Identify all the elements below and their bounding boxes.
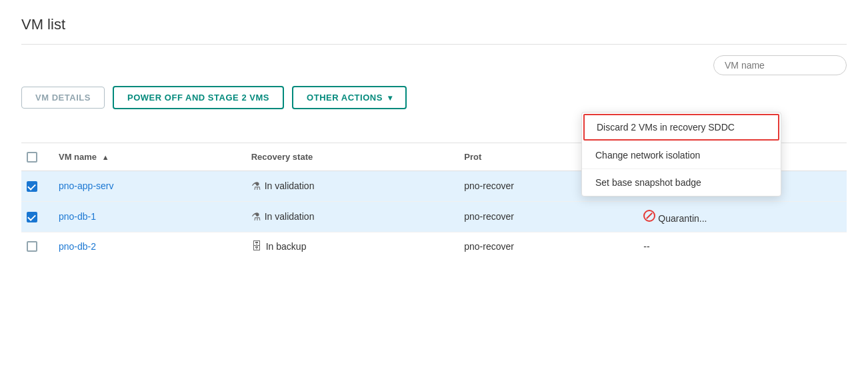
top-divider <box>21 44 847 45</box>
row-vm-name: pno-db-1 <box>48 201 241 232</box>
row-recovery-state: ⚗In validation <box>241 201 454 232</box>
select-all-checkbox[interactable] <box>27 152 37 163</box>
row-protection: pno-recover <box>453 232 633 260</box>
dropdown-menu: Discard 2 VMs in recovery SDDC Change ne… <box>581 112 781 196</box>
header-vm-name: VM name ▲ <box>48 143 241 171</box>
header-checkbox-col <box>21 143 48 171</box>
header-recovery-state: Recovery state <box>241 143 454 171</box>
search-row <box>21 55 847 75</box>
page-container: VM list VM DETAILS POWER OFF AND STAGE 2… <box>0 0 868 369</box>
toolbar-row: VM DETAILS POWER OFF AND STAGE 2 VMS OTH… <box>21 86 847 109</box>
vm-name-link[interactable]: pno-app-serv <box>59 181 114 191</box>
table-row: pno-db-1⚗In validationpno-recoverQuarant… <box>21 201 847 232</box>
row-checkbox-cell <box>21 232 48 260</box>
search-input[interactable] <box>713 55 847 75</box>
database-icon: 🗄 <box>251 240 262 252</box>
row-checkbox-cell <box>21 201 48 232</box>
chevron-down-icon: ▾ <box>388 93 393 103</box>
recovery-state-text: In backup <box>266 241 307 252</box>
flask-icon: ⚗ <box>251 180 261 192</box>
sort-icon: ▲ <box>102 153 109 161</box>
row-vm-name: pno-app-serv <box>48 171 241 201</box>
row-network-status: Quarantin... <box>633 201 847 232</box>
row-checkbox[interactable] <box>27 241 37 252</box>
table-row: pno-db-2🗄In backuppno-recover-- <box>21 232 847 260</box>
flask-icon: ⚗ <box>251 210 261 223</box>
dropdown-item-discard[interactable]: Discard 2 VMs in recovery SDDC <box>583 114 779 141</box>
vm-name-link[interactable]: pno-db-1 <box>59 211 96 222</box>
row-recovery-state: 🗄In backup <box>241 232 454 260</box>
row-checkbox-cell <box>21 171 48 201</box>
dropdown-item-network[interactable]: Change network isolation <box>582 142 781 169</box>
row-recovery-state: ⚗In validation <box>241 171 454 201</box>
row-checkbox[interactable] <box>27 181 37 192</box>
vm-name-link[interactable]: pno-db-2 <box>59 241 96 252</box>
row-protection: pno-recover <box>453 201 633 232</box>
recovery-state-text: In validation <box>265 211 315 222</box>
quarantine-icon <box>643 210 655 222</box>
vm-details-button[interactable]: VM DETAILS <box>21 87 105 109</box>
other-actions-button[interactable]: OTHER ACTIONS ▾ <box>292 86 407 109</box>
power-off-button[interactable]: POWER OFF AND STAGE 2 VMS <box>113 86 284 109</box>
page-title: VM list <box>21 16 847 33</box>
other-actions-label: OTHER ACTIONS <box>307 93 383 103</box>
dropdown-item-snapshot[interactable]: Set base snapshot badge <box>582 169 781 196</box>
row-checkbox[interactable] <box>27 212 37 222</box>
recovery-state-text: In validation <box>265 181 315 191</box>
row-network-status: -- <box>633 232 847 260</box>
row-vm-name: pno-db-2 <box>48 232 241 260</box>
